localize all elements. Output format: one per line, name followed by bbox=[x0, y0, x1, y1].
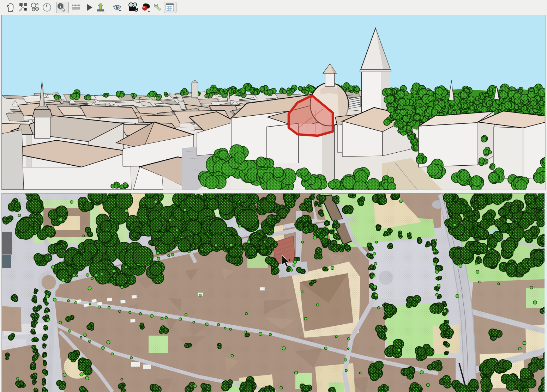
svg-text:i: i bbox=[60, 4, 61, 9]
